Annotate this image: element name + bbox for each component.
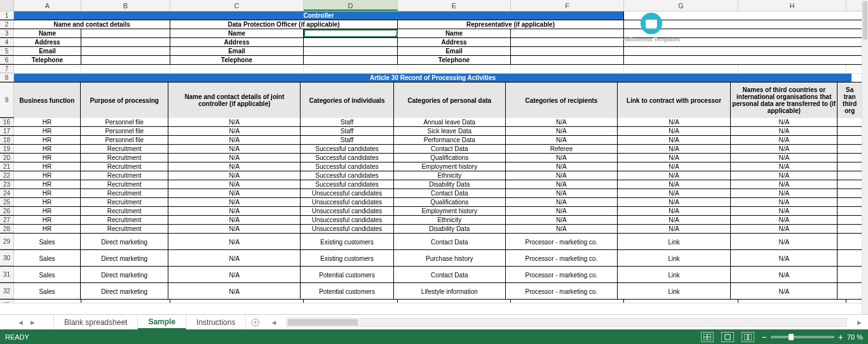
blank-cell[interactable] bbox=[738, 65, 846, 73]
cell[interactable]: N/A bbox=[506, 127, 618, 135]
row-header[interactable]: 30 bbox=[0, 250, 14, 266]
cell[interactable]: Potential customers bbox=[301, 283, 393, 300]
col-header-A[interactable]: A bbox=[14, 0, 81, 11]
row-header[interactable]: 32 bbox=[0, 283, 14, 299]
zoom-out-button[interactable]: − bbox=[762, 332, 767, 342]
cell[interactable]: N/A bbox=[618, 127, 731, 135]
cell[interactable]: Sales bbox=[14, 250, 81, 267]
blank-cell[interactable] bbox=[81, 65, 170, 73]
cell[interactable]: Recruitment bbox=[81, 216, 169, 224]
cell[interactable]: Link bbox=[618, 234, 731, 250]
col-header-F[interactable]: F bbox=[511, 0, 624, 11]
cell[interactable]: N/A bbox=[731, 154, 837, 162]
th-joint-controller[interactable]: Name and contact details of joint contro… bbox=[168, 83, 301, 118]
contact-label[interactable]: Telephone bbox=[170, 56, 304, 64]
section-name-contact[interactable]: Name and contact details bbox=[14, 20, 170, 29]
blank-cell[interactable] bbox=[14, 65, 81, 73]
cell[interactable]: Personnel file bbox=[81, 136, 169, 144]
tab-blank-spreadsheet[interactable]: Blank spreadsheet bbox=[54, 315, 138, 329]
tab-nav-prev-icon[interactable]: ◄ bbox=[17, 319, 24, 326]
cell[interactable]: N/A bbox=[618, 198, 731, 206]
row-header[interactable]: 23 bbox=[0, 180, 14, 189]
cell[interactable]: N/A bbox=[618, 225, 731, 233]
blank-cell[interactable] bbox=[304, 65, 398, 73]
cell[interactable]: Existing customers bbox=[301, 234, 393, 250]
view-page-break-button[interactable] bbox=[742, 332, 754, 342]
row-header[interactable]: 18 bbox=[0, 136, 14, 144]
contact-value[interactable] bbox=[511, 38, 624, 46]
cell[interactable]: Recruitment bbox=[81, 171, 169, 180]
cell[interactable]: Processor - marketing co. bbox=[506, 267, 618, 283]
th-categories-recipients[interactable]: Categories of recipients bbox=[506, 83, 618, 118]
cell[interactable]: Link bbox=[618, 283, 731, 300]
cell[interactable]: Qualifications bbox=[394, 154, 506, 162]
cell[interactable]: N/A bbox=[168, 171, 301, 180]
cell[interactable]: Sales bbox=[14, 234, 81, 250]
scroll-left-icon[interactable]: ◄ bbox=[270, 319, 277, 326]
blank-cell[interactable] bbox=[624, 47, 851, 55]
worksheet-area[interactable]: A B C D E F G H 1 Controller 2 Name and … bbox=[0, 0, 862, 314]
cell[interactable]: Employment history bbox=[394, 207, 506, 215]
cell[interactable]: Staff bbox=[301, 118, 393, 126]
cell[interactable]: Referee bbox=[506, 145, 618, 153]
col-header-B[interactable]: B bbox=[81, 0, 170, 11]
cell[interactable]: N/A bbox=[618, 180, 731, 189]
contact-label[interactable]: Name bbox=[14, 29, 81, 37]
row-header[interactable]: 29 bbox=[0, 234, 14, 249]
cell[interactable]: Contact Data bbox=[394, 267, 506, 283]
cell[interactable]: N/A bbox=[618, 154, 731, 162]
scroll-right-icon[interactable]: ► bbox=[856, 319, 863, 326]
cell[interactable]: Existing customers bbox=[301, 250, 393, 267]
cell[interactable]: Direct marketing bbox=[81, 283, 169, 300]
contact-label[interactable]: Address bbox=[14, 38, 81, 46]
cell[interactable]: Personnel file bbox=[81, 118, 169, 126]
cell[interactable] bbox=[837, 154, 862, 162]
cell[interactable] bbox=[837, 136, 862, 144]
section-rep[interactable]: Representative (if applicable) bbox=[398, 20, 624, 29]
cell[interactable]: HR bbox=[14, 207, 81, 215]
row-header[interactable]: 28 bbox=[0, 225, 14, 233]
contact-label[interactable]: Address bbox=[398, 38, 511, 46]
cell[interactable]: N/A bbox=[506, 180, 618, 189]
cell[interactable]: N/A bbox=[618, 171, 731, 180]
cell[interactable] bbox=[837, 162, 862, 171]
cell[interactable]: Recruitment bbox=[81, 145, 169, 153]
cell[interactable] bbox=[837, 207, 862, 215]
cell[interactable]: Annual leave Data bbox=[394, 118, 506, 126]
cell[interactable]: N/A bbox=[731, 145, 837, 153]
cell[interactable]: Staff bbox=[301, 136, 393, 144]
cell[interactable] bbox=[304, 300, 398, 303]
row-header[interactable]: 20 bbox=[0, 154, 14, 162]
contact-value[interactable] bbox=[511, 56, 624, 64]
cell[interactable]: Recruitment bbox=[81, 198, 169, 206]
cell[interactable] bbox=[170, 300, 304, 303]
cell[interactable] bbox=[837, 127, 862, 135]
row-header[interactable]: 16 bbox=[0, 118, 14, 126]
cell[interactable]: Ethnicity bbox=[394, 216, 506, 224]
cell[interactable]: Unsuccessful candidates bbox=[301, 198, 393, 206]
cell[interactable]: Recruitment bbox=[81, 154, 169, 162]
cell[interactable]: HR bbox=[14, 145, 81, 153]
select-all-corner[interactable] bbox=[0, 0, 14, 11]
row-header[interactable]: 19 bbox=[0, 145, 14, 153]
cell[interactable]: Contact Data bbox=[394, 234, 506, 250]
contact-value[interactable] bbox=[81, 56, 170, 64]
hscroll-track[interactable] bbox=[286, 318, 847, 327]
contact-label[interactable]: Email bbox=[398, 47, 511, 55]
cell[interactable]: N/A bbox=[168, 225, 301, 233]
cell[interactable] bbox=[738, 300, 846, 303]
cell[interactable]: N/A bbox=[731, 171, 837, 180]
cell[interactable]: Purchase history bbox=[394, 250, 506, 267]
cell[interactable] bbox=[14, 300, 81, 303]
cell[interactable]: HR bbox=[14, 127, 81, 135]
row-header[interactable]: 9 bbox=[0, 83, 14, 117]
add-sheet-button[interactable] bbox=[246, 315, 265, 329]
cell[interactable]: Successful candidates bbox=[301, 145, 393, 153]
cell[interactable]: Successful candidates bbox=[301, 154, 393, 162]
cell[interactable] bbox=[837, 189, 862, 197]
cell[interactable]: Disability Data bbox=[394, 225, 506, 233]
col-header-G[interactable]: G bbox=[624, 0, 738, 11]
cell[interactable]: HR bbox=[14, 225, 81, 233]
col-header-E[interactable]: E bbox=[398, 0, 511, 11]
cell[interactable] bbox=[837, 267, 862, 283]
